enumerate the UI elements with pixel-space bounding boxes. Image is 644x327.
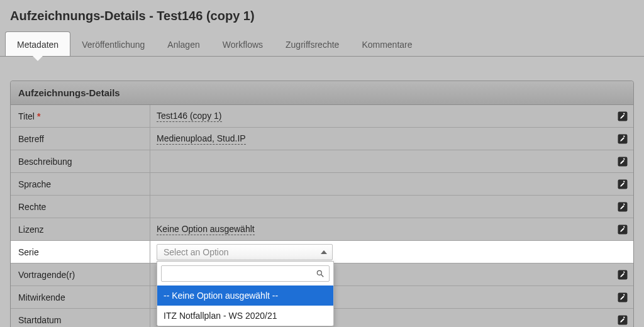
serie-select[interactable]: Select an Option -- Keine Option ausgewä… [157,244,333,260]
svg-line-7 [321,274,324,277]
page-title: Aufzeichnungs-Details - Test146 (copy 1) [0,0,644,28]
value-serie: Select an Option -- Keine Option ausgewä… [150,241,612,263]
tab-workflows[interactable]: Workflows [211,32,274,56]
tabs: Metadaten Veröffentlichung Anlagen Workf… [0,28,644,56]
tab-anlagen[interactable]: Anlagen [156,32,211,56]
row-lizenz: Lizenz Keine Option ausgewählt [11,218,633,241]
row-beschreibung: Beschreibung [11,150,633,173]
serie-search-input[interactable] [161,265,330,282]
label-lizenz: Lizenz [11,218,150,240]
label-beschreibung: Beschreibung [11,150,150,172]
label-betreff: Betreff [11,128,150,150]
serie-option-none[interactable]: -- Keine Option ausgewählt -- [157,285,333,306]
edit-icon[interactable] [617,314,628,326]
label-mitwirkende: Mitwirkende [11,286,150,308]
label-titel: Titel* [11,105,150,127]
svg-point-6 [317,270,321,275]
tab-zugriffsrechte[interactable]: Zugriffsrechte [274,32,350,56]
search-icon [316,269,325,280]
required-star: * [37,111,40,121]
edit-icon[interactable] [617,201,628,213]
serie-dropdown: -- Keine Option ausgewählt -- ITZ Notfal… [157,261,334,326]
edit-icon[interactable] [617,133,628,145]
panel-aufzeichnungs-details: Aufzeichnungs-Details Titel* Test146 (co… [10,80,634,327]
tab-veroeffentlichung[interactable]: Veröffentlichung [70,32,156,56]
edit-icon[interactable] [617,292,628,303]
value-sprache[interactable] [150,173,612,195]
edit-icon[interactable] [617,269,628,280]
label-vortragender: Vortragende(r) [11,263,150,285]
edit-icon[interactable] [617,224,628,235]
edit-icon[interactable] [617,156,628,167]
value-lizenz[interactable]: Keine Option ausgewählt [150,218,612,240]
tab-kommentare[interactable]: Kommentare [350,32,423,56]
label-startdatum: Startdatum [11,309,150,327]
row-serie: Serie Select an Option -- Keine Option a… [11,241,633,263]
label-sprache: Sprache [11,173,150,195]
chevron-up-icon [321,250,327,254]
row-rechte: Rechte [11,196,633,218]
label-rechte: Rechte [11,196,150,218]
row-sprache: Sprache [11,173,633,196]
serie-select-placeholder: Select an Option [164,247,229,257]
edit-icon[interactable] [617,111,628,122]
edit-icon[interactable] [617,179,628,190]
panel-header: Aufzeichnungs-Details [11,81,633,105]
label-serie: Serie [11,241,150,263]
value-titel[interactable]: Test146 (copy 1) [150,105,612,127]
serie-option-itz[interactable]: ITZ Notfallplan - WS 2020/21 [157,306,333,326]
tab-metadaten[interactable]: Metadaten [5,31,70,56]
row-betreff: Betreff Medienupload, Stud.IP [11,128,633,150]
row-titel: Titel* Test146 (copy 1) [11,105,633,128]
value-beschreibung[interactable] [150,150,612,172]
value-betreff[interactable]: Medienupload, Stud.IP [150,128,612,150]
value-rechte[interactable] [150,196,612,218]
